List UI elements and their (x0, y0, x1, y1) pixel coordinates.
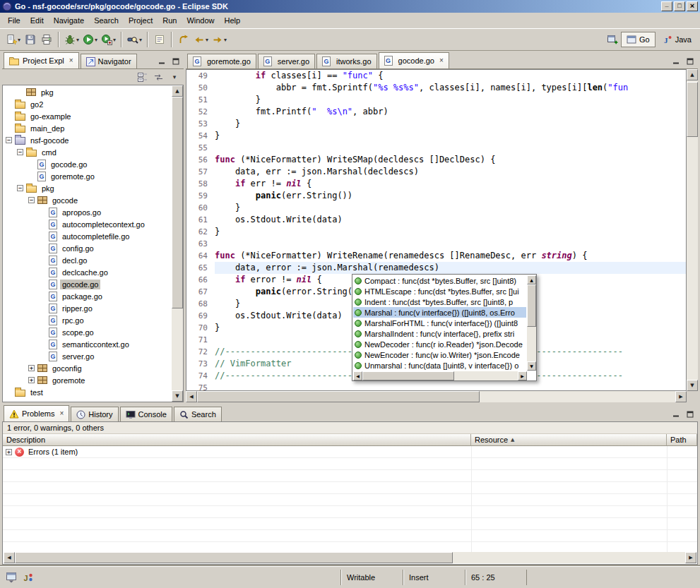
expand-icon[interactable]: + (6, 449, 12, 455)
maximize-button[interactable] (674, 1, 685, 11)
run-button[interactable]: ▾ (81, 31, 99, 48)
tree-item-goremote[interactable]: +goremote (3, 374, 172, 386)
scroll-down-icon[interactable]: ▼ (687, 380, 698, 391)
tab-console[interactable]: Console (120, 407, 172, 421)
new-wizard-button[interactable]: ▾ (4, 31, 22, 48)
tree-item-package-go[interactable]: Gpackage.go (3, 290, 172, 302)
column-header-path[interactable]: Path (667, 434, 697, 446)
menu-edit[interactable]: Edit (25, 14, 49, 27)
minimize-button[interactable] (661, 1, 672, 11)
column-header-description[interactable]: Description (3, 434, 471, 446)
minimize-view-icon[interactable] (670, 409, 682, 419)
tree-item-goconfig[interactable]: +goconfig (3, 362, 172, 374)
scrollbar-thumb[interactable] (15, 552, 453, 563)
java-trim-icon[interactable]: J (21, 570, 35, 584)
tree-item-gocode-go[interactable]: Ggocode.go (3, 278, 172, 290)
tree-item-ripper-go[interactable]: Gripper.go (3, 302, 172, 314)
project-tree[interactable]: pkggo2go-examplemain_dep−nsf-gocode−cmdG… (3, 85, 172, 402)
tab-goremote-go[interactable]: Ggoremote.go (187, 54, 256, 68)
completion-item[interactable]: Indent : func(dst *bytes.Buffer, src []u… (353, 296, 526, 307)
editor-horizontal-scrollbar[interactable]: ◀ ▶ (186, 391, 687, 402)
column-header-resource[interactable]: Resource▲ (471, 434, 667, 446)
tab-problems[interactable]: Problems× (4, 405, 69, 421)
completion-item[interactable]: Compact : func(dst *bytes.Buffer, src []… (353, 275, 526, 286)
tree-item-server-go[interactable]: Gserver.go (3, 350, 172, 362)
tree-item-nsf-gocode[interactable]: −nsf-gocode (3, 134, 172, 146)
scrollbar-thumb[interactable] (172, 97, 183, 308)
completion-item[interactable]: MarshalIndent : func(v interface{}, pref… (353, 328, 526, 339)
toggle-annotations-button[interactable] (152, 31, 167, 48)
tree-item-goremote-go[interactable]: Ggoremote.go (3, 170, 172, 182)
tab-project-expl[interactable]: Project Expl× (4, 52, 79, 68)
close-icon[interactable]: × (69, 57, 73, 64)
menu-project[interactable]: Project (124, 14, 158, 27)
dropdown-arrow-icon[interactable]: ▾ (224, 37, 227, 43)
scroll-left-icon[interactable]: ◀ (186, 391, 197, 402)
tree-item-gocode[interactable]: −gocode (3, 194, 172, 206)
tab-itworks-go[interactable]: Gitworks.go (316, 54, 377, 68)
problems-horizontal-scrollbar[interactable]: ◀ ▶ (4, 552, 696, 563)
save-button[interactable] (23, 31, 38, 48)
perspective-java[interactable]: JJava (657, 32, 697, 47)
tree-item-test[interactable]: test (3, 386, 172, 398)
menu-navigate[interactable]: Navigate (49, 14, 89, 27)
collapse-all-icon[interactable] (136, 71, 148, 83)
dropdown-arrow-icon[interactable]: ▾ (76, 37, 79, 43)
completion-item[interactable]: NewEncoder : func(w io.Writer) *json.Enc… (353, 349, 526, 360)
debug-button[interactable]: ▾ (63, 31, 81, 48)
tree-item-main-dep[interactable]: main_dep (3, 122, 172, 134)
scroll-up-icon[interactable]: ▲ (172, 85, 183, 97)
scroll-down-icon[interactable]: ▼ (527, 361, 536, 371)
tree-item-decl-go[interactable]: Gdecl.go (3, 254, 172, 266)
maximize-view-icon[interactable] (170, 56, 182, 66)
tree-item-pkg[interactable]: pkg (3, 86, 172, 98)
tree-item-go-example[interactable]: go-example (3, 110, 172, 122)
external-tools-button[interactable]: ▾ (100, 31, 117, 48)
close-icon[interactable]: × (59, 410, 64, 417)
scroll-up-icon[interactable]: ▲ (687, 69, 698, 80)
close-icon[interactable]: × (439, 57, 444, 64)
expand-icon[interactable]: + (28, 365, 35, 371)
scroll-right-icon[interactable]: ▶ (675, 391, 687, 402)
print-button[interactable] (39, 31, 54, 48)
collapse-icon[interactable]: − (6, 137, 12, 143)
problems-row[interactable]: +×Errors (1 item) (3, 446, 697, 458)
tree-item-cmd[interactable]: −cmd (3, 146, 172, 158)
tree-item-autocompletefile-go[interactable]: Gautocompletefile.go (3, 230, 172, 242)
link-with-editor-icon[interactable] (152, 71, 165, 83)
menu-search[interactable]: Search (89, 14, 124, 27)
menu-run[interactable]: Run (158, 14, 182, 27)
editor-vertical-scrollbar[interactable]: ▲ ▼ (687, 69, 698, 391)
menu-window[interactable]: Window (182, 14, 219, 27)
tree-item-config-go[interactable]: Gconfig.go (3, 242, 172, 254)
close-button[interactable] (687, 1, 698, 11)
tab-history[interactable]: History (71, 407, 118, 421)
scrollbar-thumb[interactable] (197, 391, 480, 402)
tree-item-rpc-go[interactable]: Grpc.go (3, 314, 172, 326)
minimize-view-icon[interactable] (670, 56, 682, 66)
scroll-right-icon[interactable]: ▶ (518, 371, 527, 380)
tree-item-pkg[interactable]: −pkg (3, 182, 172, 194)
dropdown-arrow-icon[interactable]: ▾ (113, 37, 116, 43)
menu-file[interactable]: File (3, 14, 25, 27)
dropdown-arrow-icon[interactable]: ▾ (95, 37, 97, 43)
scroll-up-icon[interactable]: ▲ (527, 275, 536, 284)
tree-scrollbar[interactable]: ▲ ▼ (172, 85, 183, 402)
forward-button[interactable]: ▾ (210, 31, 228, 48)
collapse-icon[interactable]: − (17, 185, 23, 191)
tree-item-go2[interactable]: go2 (3, 98, 172, 110)
scroll-right-icon[interactable]: ▶ (685, 552, 696, 563)
scroll-left-icon[interactable]: ◀ (4, 552, 15, 563)
tree-item-apropos-go[interactable]: Gapropos.go (3, 206, 172, 218)
collapse-icon[interactable]: − (17, 149, 23, 155)
maximize-view-icon[interactable] (684, 409, 696, 419)
view-menu-icon[interactable]: ▾ (168, 71, 181, 83)
maximize-view-icon[interactable] (684, 56, 696, 66)
tree-item-gocode-go[interactable]: Ggocode.go (3, 158, 172, 170)
scrollbar-thumb[interactable] (687, 82, 698, 137)
tab-navigator[interactable]: Navigator (81, 54, 137, 68)
tree-item-declcache-go[interactable]: Gdeclcache.go (3, 266, 172, 278)
collapse-icon[interactable]: − (28, 197, 35, 203)
popup-horizontal-scrollbar[interactable]: ◀ ▶ (353, 371, 527, 380)
dropdown-arrow-icon[interactable]: ▾ (18, 37, 20, 43)
